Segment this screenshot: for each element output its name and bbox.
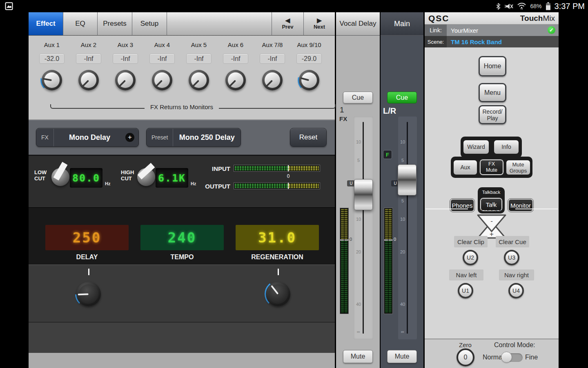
zero-label: Zero bbox=[459, 341, 472, 348]
info-button[interactable]: Info bbox=[494, 140, 519, 154]
preset-selector[interactable]: Preset Mono 250 Delay bbox=[146, 128, 241, 147]
scale-mark: 10 bbox=[354, 217, 363, 222]
aux-knob[interactable] bbox=[151, 69, 174, 92]
fx-fader-cap[interactable] bbox=[354, 179, 373, 210]
tempo-label: TEMPO bbox=[140, 254, 224, 261]
aux-value[interactable]: -29.0 bbox=[296, 54, 322, 64]
aux-channel: Aux 7/8 -Inf bbox=[254, 41, 291, 92]
aux-channel: Aux 6 -Inf bbox=[217, 41, 254, 92]
scene-value[interactable]: TM 16 Rock Band bbox=[451, 36, 502, 47]
fx-strip-header[interactable]: Vocal Delay bbox=[336, 12, 380, 36]
home-button[interactable]: Home bbox=[479, 56, 506, 76]
zero-button[interactable]: 0 bbox=[457, 348, 474, 366]
aux-value[interactable]: -32.0 bbox=[39, 54, 65, 64]
fx-type-selector[interactable]: FX Mono Delay + bbox=[36, 128, 139, 147]
aux-button[interactable]: Aux bbox=[454, 160, 477, 175]
wifi-icon bbox=[517, 2, 526, 10]
tab-setup[interactable]: Setup bbox=[132, 12, 167, 36]
scale-mark: ∞ bbox=[354, 329, 363, 334]
control-mode-toggle[interactable] bbox=[502, 353, 523, 362]
fx-mute-button[interactable]: Mute bbox=[343, 350, 373, 363]
brand-header: QSC TouchMix bbox=[425, 12, 559, 25]
high-cut-unit: Hz bbox=[191, 181, 196, 186]
reset-button[interactable]: Reset bbox=[290, 128, 327, 147]
main-meter-zero: 0 bbox=[394, 237, 396, 242]
aux-value[interactable]: -Inf bbox=[186, 54, 212, 64]
aux-value[interactable]: -Inf bbox=[113, 54, 138, 64]
user-button-u4[interactable]: U4 bbox=[508, 283, 524, 298]
touchmix-screen: 68% 3:37 PM Effect EQ Presets Setup ◀ Pr… bbox=[0, 0, 588, 368]
aux-knob[interactable] bbox=[224, 69, 247, 92]
link-row: Link: YourMixer ✓ bbox=[425, 25, 559, 36]
aux-value[interactable]: -Inf bbox=[76, 54, 101, 64]
scene-row: Scene: TM 16 Rock Band bbox=[425, 36, 559, 47]
wizard-button[interactable]: Wizard bbox=[463, 140, 489, 154]
output-meter-label: OUTPUT bbox=[205, 183, 230, 190]
control-panel: QSC TouchMix Link: YourMixer ✓ Scene: TM… bbox=[425, 12, 559, 368]
normal-label: Normal bbox=[483, 354, 504, 361]
delay-knob-tick bbox=[88, 269, 89, 275]
user-button-u3[interactable]: U3 bbox=[504, 250, 519, 265]
qsc-logo: QSC bbox=[428, 13, 450, 23]
aux-value[interactable]: -Inf bbox=[260, 54, 285, 64]
preset-cell-label: Preset bbox=[147, 128, 173, 146]
talkback-label: Talkback bbox=[478, 190, 505, 195]
toggle-knob[interactable] bbox=[501, 352, 512, 363]
main-fader-flag-button[interactable]: F bbox=[383, 150, 392, 159]
aux-value[interactable]: -Inf bbox=[223, 54, 248, 64]
aux-label: Aux 9/10 bbox=[297, 41, 321, 50]
bottom-strip bbox=[29, 353, 335, 368]
monitor-button[interactable]: Monitor bbox=[508, 199, 533, 212]
aux-knob[interactable] bbox=[114, 69, 137, 92]
fx-returns-note: FX Returns to Monitors bbox=[29, 103, 335, 110]
link-value: YourMixer bbox=[451, 25, 478, 36]
nav-left-label: Nav left bbox=[449, 269, 483, 280]
tab-eq[interactable]: EQ bbox=[63, 12, 98, 36]
bluetooth-icon bbox=[496, 3, 501, 10]
delay-label: DELAY bbox=[45, 254, 129, 261]
phones-button[interactable]: Phones bbox=[450, 199, 474, 212]
expand-icon[interactable]: + bbox=[125, 133, 134, 142]
high-cut-knob[interactable] bbox=[137, 168, 155, 186]
main-strip-header[interactable]: Main bbox=[381, 12, 423, 36]
main-cue-button[interactable]: Cue bbox=[387, 92, 417, 103]
clock: 3:37 PM bbox=[555, 2, 585, 11]
tab-filler bbox=[167, 12, 272, 36]
tab-presets[interactable]: Presets bbox=[98, 12, 132, 36]
next-button[interactable]: ▶ Next bbox=[304, 12, 335, 36]
prev-button[interactable]: ◀ Prev bbox=[272, 12, 304, 36]
fx-cue-button[interactable]: Cue bbox=[343, 92, 373, 103]
mute-groups-button[interactable]: MuteGroups bbox=[506, 160, 530, 175]
control-mode-section: Zero 0 Control Mode: Normal Fine bbox=[425, 339, 559, 368]
regeneration-knob[interactable] bbox=[265, 280, 292, 307]
aux-value[interactable]: -Inf bbox=[149, 54, 175, 64]
scale-mark: 10 bbox=[399, 139, 407, 144]
link-connected-icon: ✓ bbox=[548, 26, 555, 34]
input-meter-label: INPUT bbox=[205, 165, 230, 172]
aux-knob[interactable] bbox=[261, 69, 284, 92]
aux-knob[interactable] bbox=[40, 69, 63, 92]
menu-button[interactable]: Menu bbox=[479, 83, 506, 102]
record-play-button[interactable]: Record/Play bbox=[479, 105, 506, 124]
main-mute-button[interactable]: Mute bbox=[387, 350, 417, 363]
scale-mark: 20 bbox=[399, 249, 407, 254]
tab-effect[interactable]: Effect bbox=[29, 12, 63, 36]
user-button-u1[interactable]: U1 bbox=[458, 283, 473, 298]
aux-knob[interactable] bbox=[77, 69, 100, 92]
svg-text:-: - bbox=[490, 217, 493, 225]
delay-knob[interactable] bbox=[75, 280, 102, 307]
nudge-divider-left bbox=[425, 209, 468, 209]
aux-knob[interactable] bbox=[298, 69, 321, 92]
user-button-u2[interactable]: U2 bbox=[463, 250, 478, 265]
nudge-down-button[interactable]: - bbox=[476, 213, 507, 233]
aux-knob[interactable] bbox=[187, 69, 210, 92]
link-label: Link: bbox=[425, 25, 447, 36]
main-fader-cap[interactable] bbox=[398, 164, 416, 195]
low-cut-knob[interactable] bbox=[51, 168, 69, 186]
meter-zero-label: 0 bbox=[284, 173, 292, 179]
left-margin bbox=[0, 12, 29, 368]
fx-channel-strip: Vocal Delay Cue 1 FX 10 5 U 5 10 20 40 ∞… bbox=[336, 12, 380, 368]
mute-icon bbox=[504, 3, 513, 10]
fx-mute-button-panel[interactable]: FXMute bbox=[480, 159, 503, 175]
main-channel-label: L/R bbox=[383, 106, 396, 116]
